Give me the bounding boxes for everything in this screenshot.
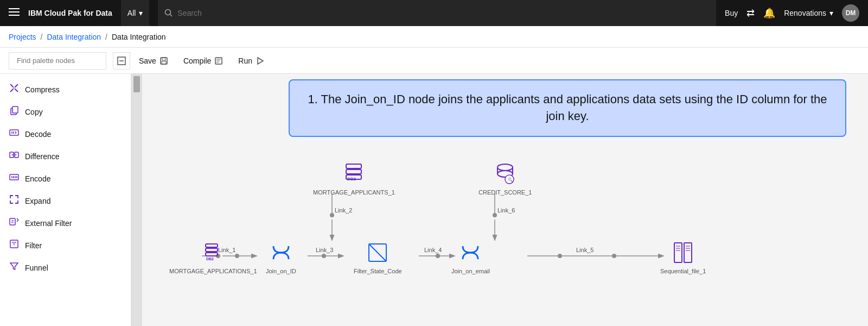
palette-item-difference[interactable]: Difference bbox=[0, 145, 131, 167]
breadcrumb-current: Data Integration bbox=[112, 33, 166, 41]
palette-item-copy[interactable]: Copy bbox=[0, 101, 131, 123]
svg-point-61 bbox=[436, 254, 440, 258]
palette-item-encode[interactable]: Encode bbox=[0, 167, 131, 190]
flow-canvas[interactable]: 1. The Join_on_ID node joins the applica… bbox=[131, 74, 868, 326]
save-label: Save bbox=[139, 57, 156, 65]
svg-rect-87 bbox=[684, 243, 692, 262]
svg-text:Link_2: Link_2 bbox=[335, 207, 352, 214]
svg-line-35 bbox=[17, 220, 18, 222]
svg-rect-80 bbox=[206, 244, 218, 247]
palette-item-external-filter[interactable]: External Filter bbox=[0, 212, 131, 234]
dropdown-label: All bbox=[127, 9, 136, 17]
breadcrumb-projects[interactable]: Projects bbox=[9, 33, 36, 41]
difference-icon bbox=[9, 149, 20, 163]
node-join-on-email[interactable]: Join_on_email bbox=[451, 240, 490, 274]
node-credit-score[interactable]: 🔍 CREDIT_SCORE_1 bbox=[478, 161, 532, 196]
svg-line-23 bbox=[15, 133, 16, 134]
palette-item-expand-label: Expand bbox=[25, 197, 50, 205]
sequential-file-icon bbox=[670, 240, 696, 266]
svg-text:Link_5: Link_5 bbox=[576, 247, 593, 253]
palette-item-decode-label: Decode bbox=[25, 130, 51, 139]
top-nav: IBM Cloud Pak for Data All ▾ Buy ⇄ 🔔 Ren… bbox=[0, 0, 868, 26]
join-email-icon bbox=[457, 240, 483, 266]
db2-applications-icon: DB2 bbox=[200, 240, 226, 266]
node-mortgage-applicants-label: MORTGAGE_APPLICANTS_1 bbox=[313, 189, 395, 196]
breadcrumb-sep-2: / bbox=[105, 33, 107, 41]
node-credit-score-label: CREDIT_SCORE_1 bbox=[478, 189, 532, 196]
palette-item-funnel-label: Funnel bbox=[25, 264, 48, 272]
node-mortgage-applicants[interactable]: DB2 MORTGAGE_APPLICANTS_1 bbox=[313, 161, 395, 196]
svg-line-22 bbox=[15, 131, 16, 133]
collapse-button[interactable] bbox=[113, 52, 130, 70]
node-filter-state-label: Filter_State_Code bbox=[354, 268, 402, 274]
buy-link[interactable]: Buy bbox=[725, 9, 738, 17]
scroll-thumb bbox=[133, 76, 140, 92]
palette-item-compress[interactable]: Compress bbox=[0, 78, 131, 101]
transfer-icon[interactable]: ⇄ bbox=[746, 7, 755, 19]
encode-icon bbox=[9, 172, 20, 185]
global-search-input[interactable] bbox=[177, 9, 710, 17]
svg-text:Link_3: Link_3 bbox=[316, 247, 333, 253]
brand-name: IBM Cloud Pak for Data bbox=[28, 9, 112, 17]
node-sequential-file[interactable]: Sequential_file_1 bbox=[660, 240, 706, 274]
all-dropdown[interactable]: All ▾ bbox=[121, 0, 150, 26]
svg-point-47 bbox=[493, 213, 497, 217]
svg-rect-18 bbox=[12, 106, 18, 113]
notification-bell-icon[interactable]: 🔔 bbox=[763, 7, 775, 19]
svg-text:Link_6: Link_6 bbox=[497, 207, 515, 214]
svg-line-34 bbox=[17, 218, 18, 220]
svg-point-65 bbox=[558, 254, 562, 258]
breadcrumb-data-integration[interactable]: Data Integration bbox=[47, 33, 101, 41]
svg-text:DB2: DB2 bbox=[347, 177, 356, 181]
filter-state-icon bbox=[365, 240, 391, 266]
svg-marker-16 bbox=[258, 58, 263, 64]
svg-rect-19 bbox=[10, 130, 18, 135]
palette-panel: Compress Copy Decode Difference bbox=[0, 74, 131, 326]
node-mortgage-applications[interactable]: DB2 MORTGAGE_APPLICATIONS_1 bbox=[169, 240, 257, 274]
copy-icon bbox=[9, 105, 20, 118]
palette-item-decode[interactable]: Decode bbox=[0, 123, 131, 145]
workspace-switcher[interactable]: Renovations ▾ bbox=[784, 9, 833, 17]
run-label: Run bbox=[238, 57, 252, 65]
expand-icon bbox=[9, 194, 20, 208]
db-credit-icon: 🔍 bbox=[492, 161, 518, 187]
run-icon bbox=[256, 57, 264, 65]
palette-item-difference-label: Difference bbox=[25, 152, 60, 161]
user-avatar[interactable]: DM bbox=[842, 4, 859, 22]
node-filter-state-code[interactable]: Filter_State_Code bbox=[354, 240, 402, 274]
palette-item-funnel[interactable]: Funnel bbox=[0, 256, 131, 279]
compile-button[interactable]: Compile bbox=[177, 52, 229, 70]
chevron-down-icon: ▾ bbox=[139, 9, 143, 17]
filter-icon bbox=[9, 239, 20, 252]
save-icon bbox=[159, 57, 168, 65]
save-button[interactable]: Save bbox=[132, 52, 175, 70]
svg-text:🔍: 🔍 bbox=[508, 177, 513, 183]
node-join-on-id[interactable]: Join_on_ID bbox=[266, 240, 296, 274]
svg-rect-1 bbox=[9, 11, 20, 12]
hamburger-menu-icon[interactable] bbox=[9, 7, 20, 20]
svg-rect-33 bbox=[10, 218, 15, 225]
compress-icon bbox=[9, 83, 20, 96]
svg-text:Link_4: Link_4 bbox=[424, 247, 442, 253]
palette-search-input[interactable] bbox=[17, 57, 108, 65]
palette-item-copy-label: Copy bbox=[25, 108, 43, 116]
node-join-email-label: Join_on_email bbox=[451, 268, 490, 274]
svg-point-67 bbox=[612, 254, 616, 258]
svg-rect-81 bbox=[206, 248, 218, 252]
node-mortgage-applications-label: MORTGAGE_APPLICATIONS_1 bbox=[169, 268, 257, 274]
compile-icon bbox=[214, 57, 223, 65]
palette-item-expand[interactable]: Expand bbox=[0, 190, 131, 212]
breadcrumb: Projects / Data Integration / Data Integ… bbox=[0, 26, 868, 48]
global-search[interactable] bbox=[158, 0, 716, 26]
svg-point-57 bbox=[322, 254, 326, 258]
svg-text:DB2: DB2 bbox=[206, 257, 214, 261]
palette-search[interactable] bbox=[9, 52, 106, 70]
compile-label: Compile bbox=[183, 57, 211, 65]
run-button[interactable]: Run bbox=[232, 52, 271, 70]
palette-item-filter[interactable]: Filter bbox=[0, 234, 131, 256]
svg-point-3 bbox=[165, 10, 171, 15]
scroll-indicator[interactable] bbox=[131, 74, 142, 326]
svg-rect-82 bbox=[206, 253, 218, 256]
svg-rect-86 bbox=[674, 243, 682, 262]
svg-line-85 bbox=[369, 244, 386, 261]
